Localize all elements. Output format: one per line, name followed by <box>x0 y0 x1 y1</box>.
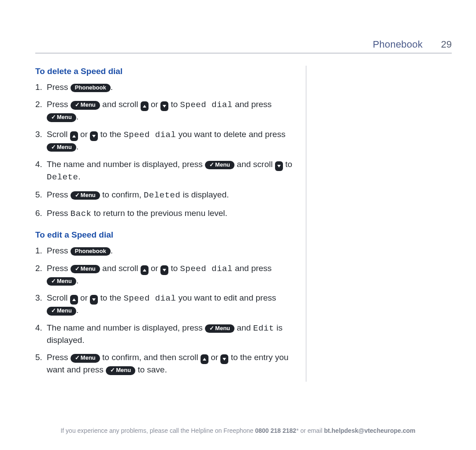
check-icon: ✓ <box>51 144 56 151</box>
phonebook-button-icon: Phonebook <box>71 84 111 92</box>
text: to <box>171 100 178 109</box>
up-arrow-icon <box>141 265 149 275</box>
menu-button-icon: ✓Menu <box>71 101 100 109</box>
menu-button-icon: ✓Menu <box>106 366 135 375</box>
page-header: Phonebook 29 <box>35 39 452 50</box>
footer-text: * or email <box>296 427 324 434</box>
down-arrow-icon <box>160 265 168 275</box>
menu-button-icon: ✓Menu <box>47 143 76 152</box>
text: press <box>265 130 285 139</box>
menu-button-icon: ✓Menu <box>47 277 76 286</box>
lcd-text: Speed dial <box>123 130 176 140</box>
lcd-text: Deleted <box>144 190 180 200</box>
list-item: Press ✓Menu and scroll or to Speed dial … <box>35 263 295 286</box>
text: you want to delete and <box>178 130 263 139</box>
up-arrow-icon <box>70 131 78 141</box>
down-arrow-icon <box>90 295 98 305</box>
lcd-text: Edit <box>253 324 274 333</box>
check-icon: ✓ <box>51 114 56 121</box>
text: Press <box>47 208 68 218</box>
text: or <box>151 264 158 273</box>
text: Press <box>47 190 68 199</box>
text: The name and number is displayed, press <box>47 323 203 332</box>
list-item: The name and number is displayed, press … <box>35 159 295 183</box>
list-item: Press Back to return to the previous men… <box>35 208 295 220</box>
text: to <box>285 160 292 169</box>
footer-email: bt.helpdesk@vtecheurope.com <box>324 427 415 434</box>
down-arrow-icon <box>275 161 283 171</box>
text: and scroll <box>237 160 272 169</box>
list-item: Scroll or to the Speed dial you want to … <box>35 129 295 152</box>
lcd-text: Speed dial <box>180 264 233 274</box>
text: Press <box>47 353 68 362</box>
list-item: Press Phonebook. <box>35 245 295 257</box>
menu-button-icon: ✓Menu <box>205 161 234 169</box>
lcd-text: Back <box>71 209 92 219</box>
up-arrow-icon <box>70 295 78 305</box>
text: Press <box>47 246 68 255</box>
footer-phone: 0800 218 2182 <box>255 427 296 434</box>
content-columns: To delete a Speed dial Press Phonebook. … <box>35 66 452 382</box>
text: is displayed. <box>183 190 229 199</box>
section-title: Phonebook <box>373 39 423 50</box>
text: or <box>151 100 158 109</box>
text: and press <box>235 100 271 109</box>
up-arrow-icon <box>141 101 149 111</box>
check-icon: ✓ <box>51 278 56 285</box>
text: press <box>256 293 276 302</box>
footer-text: If you experience any problems, please c… <box>60 427 255 434</box>
check-icon: ✓ <box>75 354 80 361</box>
text: or <box>211 353 218 362</box>
heading-edit-speed-dial: To edit a Speed dial <box>35 229 295 241</box>
menu-button-icon: ✓Menu <box>47 307 76 315</box>
list-item: Press ✓Menu to confirm, and then scroll … <box>35 352 295 376</box>
text: to confirm, and then scroll <box>102 353 198 362</box>
phonebook-button-icon: Phonebook <box>71 247 111 256</box>
heading-delete-speed-dial: To delete a Speed dial <box>35 66 295 77</box>
up-arrow-icon <box>201 354 208 364</box>
menu-button-icon: ✓Menu <box>71 265 100 273</box>
text: to <box>171 264 178 273</box>
text: to return to the previous menu level. <box>94 208 227 218</box>
text: to the <box>100 293 122 302</box>
lcd-text: Speed dial <box>180 100 233 110</box>
text: Scroll <box>47 130 68 139</box>
check-icon: ✓ <box>209 325 214 332</box>
delete-steps: Press Phonebook. Press ✓Menu and scroll … <box>35 82 295 220</box>
manual-page: Phonebook 29 To delete a Speed dial Pres… <box>0 0 476 450</box>
down-arrow-icon <box>160 101 168 111</box>
text: The name and number is displayed, press <box>47 160 203 169</box>
check-icon: ✓ <box>75 265 80 272</box>
check-icon: ✓ <box>110 367 115 374</box>
lcd-text: Speed dial <box>123 294 176 303</box>
check-icon: ✓ <box>51 307 56 314</box>
list-item: Press ✓Menu and scroll or to Speed dial … <box>35 99 295 123</box>
lcd-text: Delete <box>47 172 78 182</box>
menu-button-icon: ✓Menu <box>71 354 100 362</box>
text: Scroll <box>47 293 68 302</box>
text: and press <box>235 264 271 273</box>
page-footer: If you experience any problems, please c… <box>0 427 476 434</box>
list-item: Scroll or to the Speed dial you want to … <box>35 292 295 316</box>
menu-button-icon: ✓Menu <box>47 113 76 122</box>
text: you want to edit and <box>178 293 253 302</box>
text: to confirm, <box>102 190 141 199</box>
menu-button-icon: ✓Menu <box>71 191 100 200</box>
text: Press <box>47 100 68 109</box>
check-icon: ✓ <box>75 101 80 108</box>
text: and scroll <box>102 264 138 273</box>
text: Press <box>47 264 68 273</box>
menu-button-icon: ✓Menu <box>205 324 234 333</box>
text: or <box>80 130 88 139</box>
text: Press <box>47 82 68 92</box>
page-number: 29 <box>425 39 452 50</box>
text: and scroll <box>102 100 138 109</box>
edit-steps: Press Phonebook. Press ✓Menu and scroll … <box>35 245 295 376</box>
text: to save. <box>138 365 167 374</box>
down-arrow-icon <box>90 131 98 141</box>
text: or <box>80 293 88 302</box>
down-arrow-icon <box>220 354 228 364</box>
side-column <box>306 66 452 382</box>
check-icon: ✓ <box>75 192 80 199</box>
list-item: Press Phonebook. <box>35 82 295 93</box>
